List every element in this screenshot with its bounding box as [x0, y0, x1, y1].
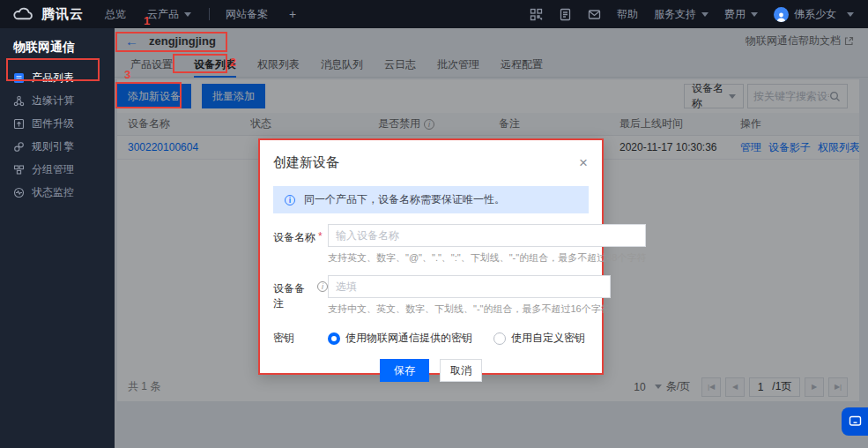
nav-help[interactable]: 帮助	[617, 7, 638, 22]
feedback-chat-button[interactable]	[842, 407, 868, 436]
radio-default-key[interactable]: 使用物联网通信提供的密钥	[328, 331, 472, 346]
sidebar-item-label: 规则引擎	[32, 139, 74, 154]
chevron-down-icon	[751, 12, 758, 17]
save-button[interactable]: 保存	[380, 359, 429, 382]
status-monitor-icon	[13, 187, 25, 198]
sidebar-item-status-monitor[interactable]: 状态监控	[0, 181, 115, 204]
sidebar-item-label: 边缘计算	[32, 93, 74, 108]
sidebar-item-product-list[interactable]: 产品列表	[0, 66, 115, 89]
device-remark-input[interactable]	[328, 275, 611, 298]
nav-billing[interactable]: 费用	[724, 7, 758, 22]
sidebar-item-label: 状态监控	[32, 185, 74, 200]
secret-key-label: 密钥	[273, 331, 294, 346]
brand-name: 腾讯云	[41, 6, 84, 23]
user-menu[interactable]: 佛系少女	[774, 7, 854, 22]
sidebar-item-label: 产品列表	[32, 71, 74, 86]
device-remark-hint: 支持中文、英文、数字、下划线、"-"的组合，最多不超过16个字符	[328, 302, 611, 316]
sidebar-item-label: 分组管理	[32, 162, 74, 177]
modal-title: 创建新设备	[273, 154, 339, 171]
group-management-icon	[13, 164, 25, 175]
info-icon[interactable]	[317, 281, 328, 292]
firmware-upgrade-icon	[13, 118, 25, 130]
divider	[209, 8, 210, 20]
cancel-button[interactable]: 取消	[440, 359, 482, 382]
edge-computing-icon	[13, 95, 25, 107]
sidebar-item-label: 固件升级	[32, 116, 74, 131]
add-tab-button[interactable]: +	[289, 7, 296, 21]
close-icon[interactable]: ×	[579, 157, 588, 169]
qr-code-icon[interactable]	[530, 8, 543, 21]
chevron-down-icon	[184, 12, 191, 17]
field-device-remark: 设备备注 支持中文、英文、数字、下划线、"-"的组合，最多不超过16个字符	[273, 275, 589, 316]
topbar: 腾讯云 总览 云产品 网站备案 + 帮助 服务支持 费用	[0, 0, 868, 28]
sidebar-item-edge-computing[interactable]: 边缘计算	[0, 89, 115, 112]
create-device-modal: 创建新设备 × 同一个产品下，设备名称需要保证唯一性。 设备名称 * 支持英文、…	[258, 138, 604, 375]
rule-engine-icon	[13, 141, 25, 153]
chevron-down-icon	[847, 12, 854, 17]
field-device-name: 设备名称 * 支持英文、数字、"@"、"."、":"、下划线、"-"的组合，最多…	[273, 224, 589, 265]
radio-unselected-icon	[493, 332, 506, 345]
radio-custom-key[interactable]: 使用自定义密钥	[493, 331, 585, 346]
sidebar-title: 物联网通信	[0, 28, 115, 66]
chevron-down-icon	[701, 12, 708, 17]
device-name-input[interactable]	[328, 224, 646, 247]
product-list-icon	[13, 72, 25, 84]
notice-text: 同一个产品下，设备名称需要保证唯一性。	[304, 192, 505, 207]
sidebar-item-firmware-upgrade[interactable]: 固件升级	[0, 112, 115, 135]
username: 佛系少女	[794, 7, 836, 22]
sidebar-item-rule-engine[interactable]: 规则引擎	[0, 135, 115, 158]
device-name-hint: 支持英文、数字、"@"、"."、":"、下划线、"-"的组合，最多不超过48个字…	[328, 251, 646, 265]
required-mark: *	[318, 230, 323, 243]
avatar	[774, 7, 789, 22]
radio-selected-icon	[328, 332, 340, 345]
mail-icon[interactable]	[588, 8, 601, 21]
device-name-label: 设备名称	[273, 230, 315, 245]
nav-products[interactable]: 云产品	[147, 7, 191, 22]
nav-beian[interactable]: 网站备案	[226, 7, 268, 22]
device-remark-label: 设备备注	[273, 281, 315, 311]
tencent-cloud-logo-icon	[12, 6, 35, 22]
notice-banner: 同一个产品下，设备名称需要保证唯一性。	[273, 186, 589, 213]
info-icon	[285, 195, 295, 205]
nav-overview[interactable]: 总览	[105, 7, 126, 22]
nav-support[interactable]: 服务支持	[654, 7, 708, 22]
chat-bubble-icon	[849, 415, 862, 428]
field-secret-key: 密钥 使用物联网通信提供的密钥 使用自定义密钥	[273, 326, 589, 346]
sidebar: 物联网通信 产品列表 边缘计算 固件升级 规则引擎	[0, 28, 115, 448]
sidebar-item-group-management[interactable]: 分组管理	[0, 158, 115, 181]
document-icon[interactable]	[559, 8, 572, 21]
